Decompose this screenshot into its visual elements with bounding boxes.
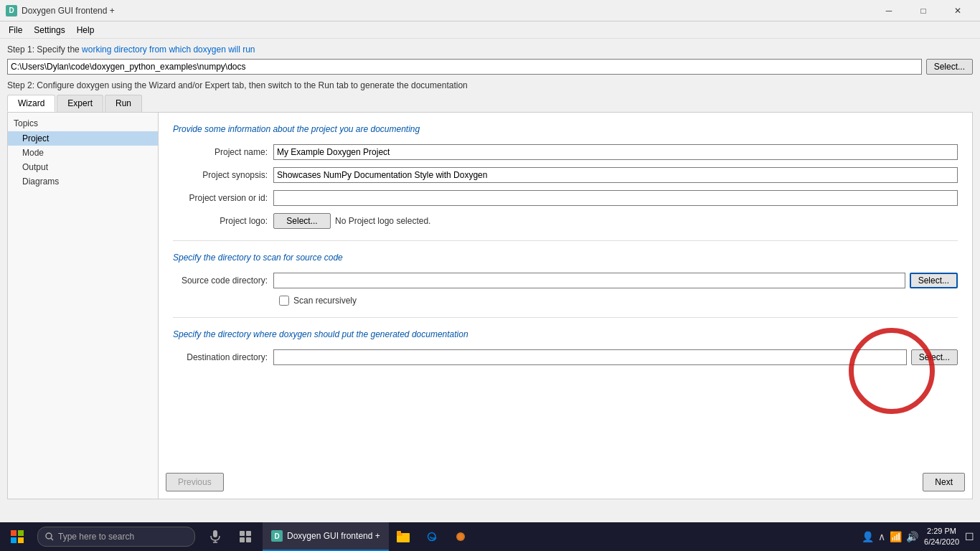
project-synopsis-row: Project synopsis:: [173, 167, 958, 183]
network-tray-icon[interactable]: 📶: [890, 531, 902, 542]
project-name-row: Project name:: [173, 144, 958, 160]
svg-point-17: [458, 534, 463, 540]
file-explorer-btn[interactable]: [389, 522, 418, 551]
project-name-label: Project name:: [173, 147, 273, 157]
menu-file[interactable]: File: [3, 24, 28, 37]
svg-rect-15: [397, 531, 401, 534]
tabs-bar: Wizard Expert Run: [7, 95, 973, 112]
project-name-input[interactable]: [273, 144, 958, 160]
divider1: [173, 240, 958, 241]
taskbar-search-placeholder: Type here to search: [58, 532, 134, 542]
sidebar-header: Topics: [8, 116, 158, 131]
clock-date: 6/24/2020: [924, 537, 959, 547]
svg-rect-11: [240, 537, 245, 542]
step1-label: Step 1: Specify the working directory fr…: [7, 44, 973, 55]
taskbar-app-label: Doxygen GUI frontend +: [287, 531, 380, 541]
sidebar: Topics Project Mode Output Diagrams: [8, 113, 159, 499]
dest-dir-select-button[interactable]: Select...: [911, 349, 958, 365]
tab-run[interactable]: Run: [105, 95, 142, 112]
sidebar-item-mode[interactable]: Mode: [8, 146, 158, 160]
people-tray-icon[interactable]: 👤: [862, 531, 874, 542]
taskbar-right: 👤 ∧ 📶 🔊 2:29 PM 6/24/2020 ☐: [856, 522, 980, 551]
source-dir-input[interactable]: [273, 273, 905, 288]
svg-rect-0: [11, 530, 17, 536]
app-icon: D: [6, 5, 17, 17]
red-circle-annotation: [849, 328, 935, 414]
project-version-row: Project version or id:: [173, 190, 958, 206]
microphone-icon: [210, 530, 220, 543]
clock-time: 2:29 PM: [924, 526, 959, 537]
scan-recursively-row: Scan recursively: [279, 296, 958, 306]
clock[interactable]: 2:29 PM 6/24/2020: [924, 526, 959, 548]
step2-label: Step 2: Configure doxygen using the Wiza…: [7, 80, 973, 90]
dest-section-title: Specify the directory where doxygen shou…: [173, 329, 958, 339]
taskbar: Type here to search D Doxygen GUI fronte…: [0, 522, 980, 551]
cortana-icon-btn[interactable]: [201, 522, 230, 551]
tab-wizard[interactable]: Wizard: [7, 95, 55, 112]
sidebar-item-diagrams[interactable]: Diagrams: [8, 174, 158, 189]
title-bar-left: D Doxygen GUI frontend +: [6, 5, 115, 17]
title-bar: D Doxygen GUI frontend + ─ □ ✕: [0, 0, 980, 22]
logo-select-button[interactable]: Select...: [273, 213, 331, 229]
dest-dir-label: Destination directory:: [173, 352, 273, 362]
no-logo-text: No Project logo selected.: [335, 216, 430, 226]
tab-expert[interactable]: Expert: [57, 95, 103, 112]
project-version-label: Project version or id:: [173, 193, 273, 203]
sidebar-item-project[interactable]: Project: [8, 131, 158, 146]
source-dir-row: Source code directory: Select...: [173, 273, 958, 288]
app-title: Doxygen GUI frontend +: [22, 6, 115, 16]
dest-dir-input-row: Select...: [273, 349, 958, 365]
source-dir-input-row: Select...: [273, 273, 958, 288]
taskbar-search[interactable]: Type here to search: [37, 527, 195, 547]
title-bar-controls: ─ □ ✕: [872, 0, 974, 22]
working-dir-row: Select...: [7, 59, 973, 75]
stacked-icon-btn[interactable]: [446, 522, 475, 551]
svg-rect-10: [246, 531, 251, 536]
next-button[interactable]: Next: [923, 473, 965, 491]
scan-recursively-label: Scan recursively: [293, 296, 357, 306]
maximize-button[interactable]: □: [907, 0, 940, 22]
menu-help[interactable]: Help: [71, 24, 100, 37]
menu-settings[interactable]: Settings: [28, 24, 70, 37]
sidebar-item-output[interactable]: Output: [8, 160, 158, 174]
svg-rect-1: [18, 530, 24, 536]
step1-link: working directory from which doxygen wil…: [82, 44, 255, 55]
svg-point-4: [46, 533, 52, 539]
dest-dir-row: Destination directory: Select...: [173, 349, 958, 365]
taskbar-app-icon: D: [271, 530, 283, 542]
scan-recursively-checkbox[interactable]: [279, 296, 289, 306]
previous-button[interactable]: Previous: [166, 473, 224, 491]
main-content: Step 1: Specify the working directory fr…: [0, 39, 980, 505]
working-dir-input[interactable]: [7, 59, 922, 75]
edge-browser-btn[interactable]: [418, 522, 446, 551]
source-section-title: Specify the directory to scan for source…: [173, 253, 958, 263]
tray-overflow-icon[interactable]: ∧: [878, 531, 885, 542]
source-dir-select-button[interactable]: Select...: [910, 273, 958, 288]
taskbar-search-icon: [45, 532, 54, 541]
working-dir-select-button[interactable]: Select...: [926, 59, 973, 75]
notification-icon[interactable]: ☐: [965, 531, 974, 542]
panel-container: Topics Project Mode Output Diagrams Prov…: [7, 112, 973, 499]
taskbar-quick-icons: [201, 522, 260, 551]
svg-rect-9: [240, 531, 245, 536]
divider2: [173, 317, 958, 318]
menu-bar: File Settings Help: [0, 22, 980, 39]
task-view-icon: [240, 531, 251, 542]
svg-rect-12: [246, 537, 251, 542]
minimize-button[interactable]: ─: [872, 0, 905, 22]
dest-dir-input[interactable]: [273, 349, 907, 365]
project-logo-row: Project logo: Select... No Project logo …: [173, 213, 958, 229]
task-view-btn[interactable]: [231, 522, 260, 551]
svg-rect-3: [18, 537, 24, 543]
file-explorer-icon: [397, 531, 410, 542]
project-synopsis-input[interactable]: [273, 167, 958, 183]
close-button[interactable]: ✕: [941, 0, 974, 22]
volume-tray-icon[interactable]: 🔊: [906, 531, 918, 542]
project-version-input[interactable]: [273, 190, 958, 206]
source-dir-label: Source code directory:: [173, 276, 273, 286]
start-button[interactable]: [0, 522, 34, 551]
taskbar-app-doxygen[interactable]: D Doxygen GUI frontend +: [263, 522, 389, 551]
system-tray: 👤 ∧ 📶 🔊: [862, 531, 918, 542]
project-logo-label: Project logo:: [173, 216, 273, 226]
svg-rect-6: [213, 530, 217, 537]
